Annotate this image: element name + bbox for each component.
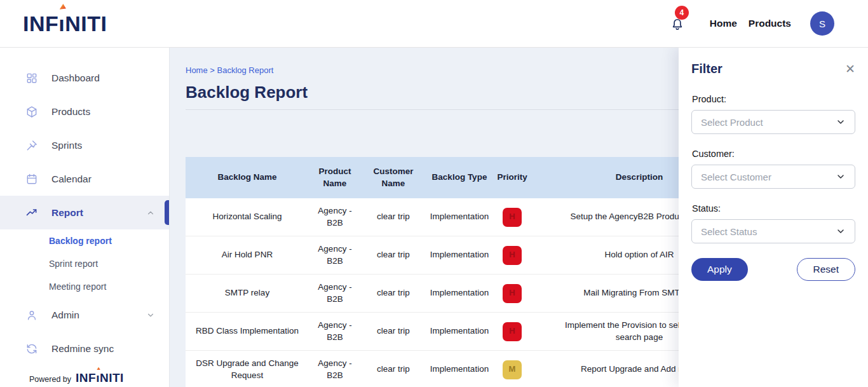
cell-backlog-name: Air Hold PNR	[186, 236, 309, 274]
sidebar-item-label: Redmine sync	[51, 343, 114, 355]
chevron-down-icon	[146, 311, 155, 320]
chevron-down-icon	[836, 117, 846, 127]
header-actions: 4 Home Products S	[670, 11, 834, 36]
sidebar-subitem-meeting-report[interactable]: Meeting report	[0, 275, 169, 298]
table-header-row: Backlog Name Product Name Customer Name …	[186, 157, 747, 198]
priority-badge: H	[503, 246, 522, 265]
sidebar-item-label: Sprints	[51, 140, 82, 151]
sidebar-item-label: Dashboard	[51, 72, 100, 84]
person-icon	[25, 309, 38, 322]
sidebar-item-report[interactable]: Report	[0, 196, 169, 229]
cell-product-name: Agency - B2B	[309, 313, 361, 350]
apply-button[interactable]: Apply	[691, 258, 748, 281]
cell-backlog-name: Horizontal Scaling	[186, 198, 309, 236]
notifications-bell[interactable]: 4	[670, 15, 686, 32]
sidebar-item-sprints[interactable]: Sprints	[0, 128, 169, 162]
trend-up-icon	[25, 207, 38, 219]
cell-backlog-name: SMTP relay	[186, 275, 309, 312]
sidebar-item-products[interactable]: Products	[0, 95, 169, 128]
cell-backlog-type: Implementation	[426, 351, 493, 387]
priority-badge: H	[503, 322, 522, 341]
powered-by: Powered by INFıNITI	[0, 371, 169, 385]
sidebar-item-label: Report	[51, 207, 83, 219]
page-title: Backlog Report	[186, 83, 308, 102]
sidebar-item-calendar[interactable]: Calendar	[0, 162, 169, 196]
sidebar-item-label: Calendar	[51, 173, 92, 185]
column-header-product-name: Product Name	[309, 157, 361, 198]
breadcrumb[interactable]: Home > Backlog Report	[186, 65, 273, 75]
priority-badge: H	[503, 208, 522, 227]
sidebar-subitem-backlog-report[interactable]: Backlog report	[0, 229, 169, 252]
nav-products[interactable]: Products	[749, 18, 791, 29]
sidebar-item-dashboard[interactable]: Dashboard	[0, 61, 169, 95]
cell-product-name: Agency - B2B	[309, 236, 361, 274]
sidebar-subitem-sprint-report[interactable]: Sprint report	[0, 252, 169, 275]
column-header-backlog-name: Backlog Name	[186, 157, 309, 198]
cell-priority: H	[493, 236, 531, 274]
table-row: DSR Upgrade and Change Request Agency - …	[186, 351, 747, 387]
cell-priority: H	[493, 198, 531, 236]
cell-backlog-type: Implementation	[426, 313, 493, 350]
notification-count-badge: 4	[675, 6, 689, 20]
infiniti-logo: INFıNITI	[23, 11, 107, 36]
column-header-priority: Priority	[493, 157, 531, 198]
close-icon[interactable]: ✕	[845, 63, 855, 75]
cell-backlog-type: Implementation	[426, 275, 493, 312]
cell-customer-name: clear trip	[361, 198, 426, 236]
cell-customer-name: clear trip	[361, 351, 426, 387]
logo-text: INF	[23, 11, 58, 36]
priority-badge: M	[503, 360, 522, 379]
cell-customer-name: clear trip	[361, 236, 426, 274]
logo-text: NITI	[65, 11, 107, 36]
filter-title: Filter	[691, 62, 722, 76]
title-divider	[186, 109, 747, 110]
reset-button[interactable]: Reset	[797, 258, 856, 281]
cell-product-name: Agency - B2B	[309, 351, 361, 387]
sidebar-item-redmine-sync[interactable]: Redmine sync	[0, 332, 169, 365]
status-select[interactable]: Select Status	[691, 219, 855, 243]
customer-select-placeholder: Select Customer	[701, 172, 771, 182]
table-row: Horizontal Scaling Agency - B2B clear tr…	[186, 198, 747, 236]
user-avatar[interactable]: S	[810, 11, 834, 36]
status-select-placeholder: Select Status	[701, 226, 757, 237]
product-select[interactable]: Select Product	[691, 110, 855, 134]
cell-product-name: Agency - B2B	[309, 198, 361, 236]
cell-customer-name: clear trip	[361, 275, 426, 312]
logo-accent-i: ı	[58, 11, 65, 36]
calendar-icon	[25, 173, 38, 186]
chevron-up-icon	[146, 208, 155, 217]
customer-label: Customer:	[692, 149, 855, 159]
bell-icon	[670, 18, 684, 32]
top-header: INFıNITI 4 Home Products S	[0, 0, 868, 48]
chevron-down-icon	[836, 172, 846, 182]
sync-icon	[25, 343, 38, 355]
status-label: Status:	[692, 203, 855, 214]
nav-home[interactable]: Home	[710, 18, 737, 29]
cell-priority: H	[493, 313, 531, 350]
product-select-placeholder: Select Product	[701, 117, 763, 128]
cell-backlog-name: DSR Upgrade and Change Request	[186, 351, 309, 387]
table-row: SMTP relay Agency - B2B clear trip Imple…	[186, 275, 747, 313]
table-row: Air Hold PNR Agency - B2B clear trip Imp…	[186, 236, 747, 275]
filter-panel: Filter ✕ Product: Select Product Custome…	[679, 48, 868, 387]
cell-product-name: Agency - B2B	[309, 275, 361, 312]
backlog-table: Backlog Name Product Name Customer Name …	[186, 157, 747, 387]
column-header-customer-name: Customer Name	[361, 157, 426, 198]
sidebar-item-label: Admin	[51, 309, 79, 321]
app-window: INFıNITI 4 Home Products S Das	[0, 0, 868, 387]
pin-icon	[25, 139, 38, 152]
column-header-backlog-type: Backlog Type	[426, 157, 493, 198]
priority-badge: H	[503, 284, 522, 303]
cell-priority: M	[493, 351, 531, 387]
infiniti-logo-small: INFıNITI	[76, 371, 124, 385]
powered-by-label: Powered by	[29, 375, 71, 384]
chevron-down-icon	[836, 226, 846, 236]
table-row: RBD Class Implementation Agency - B2B cl…	[186, 313, 747, 351]
sidebar-item-admin[interactable]: Admin	[0, 298, 169, 332]
sidebar-item-label: Products	[51, 106, 90, 118]
cell-priority: H	[493, 275, 531, 312]
cell-backlog-name: RBD Class Implementation	[186, 313, 309, 350]
cell-backlog-type: Implementation	[426, 198, 493, 236]
dashboard-grid-icon	[25, 72, 38, 85]
customer-select[interactable]: Select Customer	[691, 165, 855, 189]
